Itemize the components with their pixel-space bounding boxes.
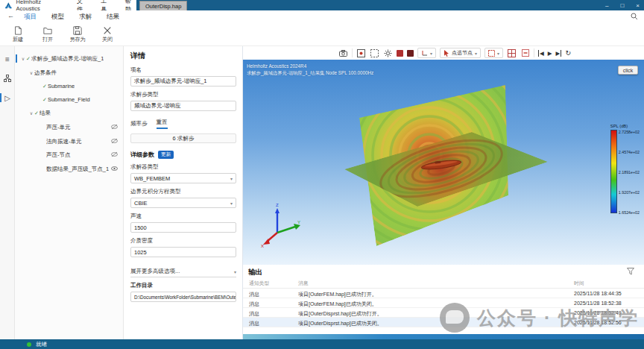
close-button[interactable]: × — [636, 2, 640, 9]
name-field[interactable]: 求解步_频域边界元-谐响应_1 — [130, 76, 236, 87]
document-tab[interactable]: OuterDisp.hap — [139, 1, 187, 10]
close-project-button[interactable]: 关闭 — [92, 24, 122, 45]
run-panel-icon[interactable]: ▷ — [0, 91, 15, 104]
eye-off-icon[interactable] — [111, 124, 118, 130]
save-as-button[interactable]: 另存为 — [63, 24, 92, 45]
output-row[interactable]: 消息 项目[OuterDisprst.hap]已成功打开。 2025/11/28… — [243, 308, 644, 318]
new-document-icon — [13, 26, 22, 35]
viewport-3d[interactable]: Z Y X Helmholtz Acoustics 2024R4 求解步_频域边… — [243, 60, 644, 265]
solve-steps-button[interactable]: 6 求解步 — [130, 133, 236, 143]
viewport-overlay-text: Helmholtz Acoustics 2024R4 求解步_频域边界元-谐响应… — [247, 63, 373, 77]
titlebar: Helmholtz Acoustics 文件 工具 帮助 OuterDisp.h… — [0, 0, 644, 10]
legend-tick: 2.1891e+02 — [619, 170, 640, 174]
chevron-down-icon[interactable]: ∨ — [20, 56, 26, 61]
settings-gear-icon[interactable] — [383, 48, 393, 58]
filter-icon[interactable] — [627, 268, 635, 275]
axis-triad-icon: Z Y X — [261, 203, 300, 248]
solver-type-label: 求解器类型 — [130, 163, 236, 171]
hamburger-menu-icon[interactable]: ≡ — [0, 52, 15, 66]
check-icon: ✓ — [34, 110, 39, 116]
remove-icon[interactable] — [520, 48, 530, 58]
svg-text:Z: Z — [276, 203, 279, 207]
titlebar-left: Helmholtz Acoustics 文件 工具 帮助 — [0, 0, 136, 10]
details-panel: 详情 项名 求解步_频域边界元-谐响应_1 求解步类型 频域边界元-谐响应 频率… — [124, 46, 243, 339]
new-button[interactable]: 新建 — [3, 24, 33, 45]
legend-tick: 1.6524e+02 — [619, 210, 640, 215]
app-logo-icon — [4, 1, 13, 10]
eye-off-icon[interactable] — [111, 138, 118, 144]
status-bar: 就绪 — [0, 339, 644, 349]
status-text: 就绪 — [36, 341, 47, 348]
back-arrow-icon[interactable]: ← — [7, 12, 14, 19]
output-row[interactable]: 消息 项目[OuterFEM.hap]已成功关闭。 2025/11/28 18:… — [243, 298, 644, 308]
search-icon[interactable] — [631, 13, 638, 20]
viewport-toolbar: ▾ 点选节点 ▾ ▾ ◀ ▶ ▶ ↻ — [243, 46, 644, 60]
reset-button[interactable]: 重置 — [157, 119, 168, 129]
tree-item-boundary-conditions[interactable]: ∨ 边界条件 — [15, 66, 124, 79]
tree-item-results[interactable]: ∨ ✓ 结果 — [15, 107, 124, 119]
acoustic-field-scene: Z Y X — [243, 60, 644, 265]
minimize-button[interactable]: – — [605, 2, 608, 9]
solvestep-type-field[interactable]: 频域边界元-谐响应 — [130, 101, 236, 111]
tree-item-pressure-node[interactable]: 声压-节点 — [15, 148, 124, 161]
tree-item-data-result-spl-node[interactable]: 数据结果_声压级_节点_1 — [15, 163, 124, 175]
ready-status-icon — [27, 342, 31, 347]
update-badge[interactable]: 更新 — [158, 151, 174, 159]
advanced-options-expander[interactable]: 展开更多高级选项... ▾ — [130, 266, 236, 277]
chevron-down-icon: ▾ — [430, 51, 432, 56]
eye-off-icon[interactable] — [111, 151, 118, 157]
legend-tick: 2.7258e+02 — [619, 130, 640, 134]
axis-view-dropdown[interactable]: ▾ — [417, 48, 436, 58]
sound-speed-field[interactable]: 1500 — [130, 222, 236, 233]
camera-icon[interactable] — [338, 48, 348, 58]
workdir-label: 工作目录 — [130, 282, 236, 289]
solvestep-type-label: 求解步类型 — [130, 91, 236, 98]
eye-icon[interactable] — [111, 166, 118, 172]
legend-colorbar — [610, 130, 617, 213]
red-solid-mode-icon[interactable] — [397, 50, 403, 57]
viewport-app-version: Helmholtz Acoustics 2024R4 — [247, 63, 373, 69]
name-label: 项名 — [130, 66, 236, 74]
density-field[interactable]: 1025 — [130, 247, 236, 257]
details-title: 详情 — [130, 51, 236, 61]
output-row[interactable]: 消息 项目[OuterDisprst.hap]已成功关闭。 2025/11/28… — [243, 318, 644, 327]
click-annotation-button[interactable]: click — [618, 66, 638, 75]
pick-cursor-icon — [443, 50, 449, 57]
open-button[interactable]: 打开 — [33, 24, 63, 45]
tree-item-normal-velocity-element[interactable]: 法向振速-单元 — [15, 135, 124, 148]
chevron-down-icon[interactable]: ∨ — [28, 110, 34, 116]
check-icon: ✓ — [42, 84, 47, 89]
right-column: ▾ 点选节点 ▾ ▾ ◀ ▶ ▶ ↻ — [243, 46, 644, 339]
ribbon-tab-bar: ← 项目 模型 求解 结果 — [0, 10, 644, 24]
toolbar-separator — [352, 48, 353, 57]
output-row[interactable]: 消息 项目[OuterFEM.hap]已成功打开。 2025/11/28 18:… — [243, 289, 644, 298]
output-scroll-band[interactable] — [243, 334, 644, 339]
close-x-icon — [103, 26, 112, 35]
workdir-field[interactable]: D:\Documents\WorkFolder\Submarine\BEM\Ou… — [130, 292, 236, 302]
mesh-grid-icon[interactable] — [507, 48, 517, 58]
fit-view-icon[interactable] — [356, 48, 366, 58]
bie-type-select[interactable]: CBIE ▾ — [130, 198, 236, 208]
svg-text:X: X — [261, 244, 264, 248]
model-tree-icon[interactable] — [0, 72, 15, 85]
skip-end-button[interactable]: ▶ — [556, 50, 562, 57]
selection-mode-dropdown[interactable]: ▾ — [484, 48, 503, 58]
frequency-step-label: 频率步 — [130, 120, 148, 128]
tree-item-submarine-field[interactable]: ✓ Submarine_Field — [15, 93, 124, 106]
solver-type-select[interactable]: WB_FEMBEM ▾ — [130, 173, 236, 183]
spl-legend: SPL (dB) 2.7258e+02 2.4574e+02 2.1891e+0… — [610, 124, 640, 215]
maximize-button[interactable]: □ — [620, 2, 624, 9]
pick-node-dropdown[interactable]: 点选节点 ▾ — [440, 48, 481, 58]
tree-item-submarine[interactable]: ✓ Submarine — [15, 80, 124, 92]
refresh-icon[interactable]: ↻ — [565, 49, 571, 57]
chevron-down-icon[interactable]: ∨ — [28, 70, 34, 75]
save-icon — [73, 26, 82, 35]
skip-start-button[interactable]: ◀ — [538, 50, 544, 57]
chevron-down-icon: ▾ — [230, 176, 233, 181]
play-button[interactable]: ▶ — [548, 50, 552, 57]
box-select-icon[interactable] — [370, 48, 379, 58]
active-panel-indicator — [0, 93, 1, 102]
dark-red-mode-icon[interactable] — [407, 50, 414, 57]
tree-item-solvestep[interactable]: ∨ ✓ 求解步_频域边界元-谐响应_1 — [15, 52, 124, 65]
tree-item-pressure-element[interactable]: 声压-单元 — [15, 121, 124, 133]
